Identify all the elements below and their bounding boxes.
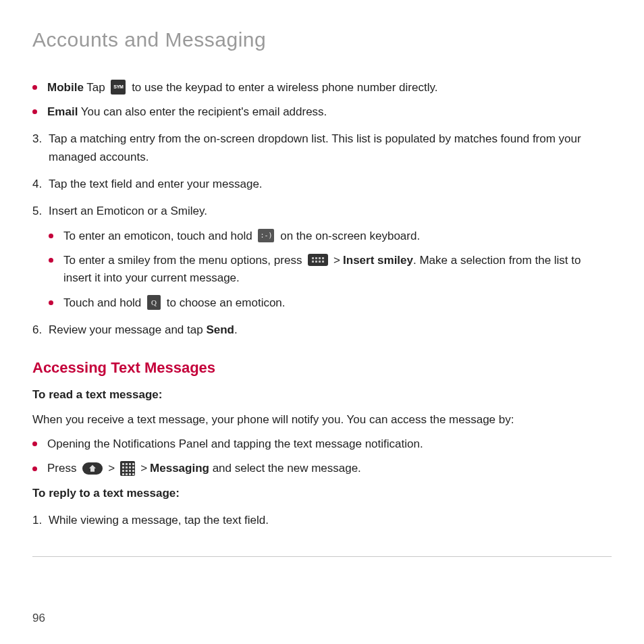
mobile-email-bullets: Mobile Tap SYM to use the keypad to ente… xyxy=(32,79,612,122)
step-5a-pre: To enter an emoticon, touch and hold xyxy=(63,230,255,242)
page-number: 96 xyxy=(32,612,45,625)
step-5a-post: on the on-screen keyboard. xyxy=(277,230,420,242)
step-5b-pre: To enter a smiley from the menu options,… xyxy=(63,254,305,267)
step-5b-bold: Insert smiley xyxy=(343,254,413,267)
step-5-subbullets: To enter an emoticon, touch and hold :-)… xyxy=(49,227,612,312)
step-5c: Touch and hold Q to choose an emoticon. xyxy=(49,294,612,312)
step-5b-gt: > xyxy=(333,254,340,267)
section-accessing-heading: Accessing Text Messages xyxy=(32,356,612,379)
step-6-post: . xyxy=(234,323,238,336)
text-mobile-post: to use the keypad to enter a wireless ph… xyxy=(128,81,437,94)
text-mobile-pre: Tap xyxy=(84,81,109,94)
step-6-bold: Send xyxy=(206,323,234,336)
step-5c-post: to choose an emoticon. xyxy=(163,296,286,309)
text-email-rest: You can also enter the recipient's email… xyxy=(78,105,327,118)
read-b-gt2: > xyxy=(140,462,147,475)
read-label: To read a text message: xyxy=(32,386,612,404)
label-email: Email xyxy=(47,105,78,118)
read-bullet-b: Press >>Messaging and select the new mes… xyxy=(32,460,612,477)
step-4-num: 4. xyxy=(32,176,42,193)
read-b-gt1: > xyxy=(108,462,115,475)
step-5b: To enter a smiley from the menu options,… xyxy=(49,252,612,288)
step-4: 4. Tap the text field and enter your mes… xyxy=(32,176,612,193)
read-bullet-a: Opening the Notifications Panel and tapp… xyxy=(32,435,612,453)
step-5: 5. Insert an Emoticon or a Smiley. To en… xyxy=(32,203,612,312)
home-key-icon xyxy=(82,462,103,475)
q-key-icon: Q xyxy=(147,295,161,310)
read-b-pre: Press xyxy=(47,462,80,475)
compose-steps: 3. Tap a matching entry from the on-scre… xyxy=(32,130,612,339)
read-b-post: and select the new message. xyxy=(209,462,361,475)
chapter-title: Accounts and Messaging xyxy=(32,24,612,56)
step-6-num: 6. xyxy=(32,321,42,339)
reply-step-1-text: While viewing a message, tap the text fi… xyxy=(49,514,269,527)
step-5c-pre: Touch and hold xyxy=(63,296,144,309)
step-5-text: Insert an Emoticon or a Smiley. xyxy=(49,205,207,217)
reply-label: To reply to a text message: xyxy=(32,485,612,502)
read-bullets: Opening the Notifications Panel and tapp… xyxy=(32,435,612,478)
sym-key-icon: SYM xyxy=(111,80,126,95)
reply-step-1-num: 1. xyxy=(32,512,42,529)
emoticon-key-icon: :-) xyxy=(258,229,274,242)
step-6-pre: Review your message and tap xyxy=(49,323,206,336)
page-content: Accounts and Messaging Mobile Tap SYM to… xyxy=(0,0,644,557)
label-mobile: Mobile xyxy=(47,81,84,94)
step-3-num: 3. xyxy=(32,130,42,148)
reply-step-1: 1. While viewing a message, tap the text… xyxy=(32,512,612,529)
step-4-text: Tap the text field and enter your messag… xyxy=(49,178,263,190)
step-6: 6. Review your message and tap Send. xyxy=(32,321,612,339)
bullet-mobile: Mobile Tap SYM to use the keypad to ente… xyxy=(32,79,612,97)
read-b-bold: Messaging xyxy=(150,462,209,475)
step-3: 3. Tap a matching entry from the on-scre… xyxy=(32,130,612,166)
read-intro: When you receive a text message, your ph… xyxy=(32,411,612,429)
footer-rule xyxy=(32,556,612,557)
menu-key-icon xyxy=(308,254,328,266)
step-5a: To enter an emoticon, touch and hold :-)… xyxy=(49,227,612,245)
step-3-text: Tap a matching entry from the on-screen … xyxy=(49,132,581,163)
bullet-email: Email You can also enter the recipient's… xyxy=(32,103,612,121)
step-5-num: 5. xyxy=(32,203,42,220)
apps-grid-icon xyxy=(120,461,135,476)
reply-steps: 1. While viewing a message, tap the text… xyxy=(32,512,612,529)
